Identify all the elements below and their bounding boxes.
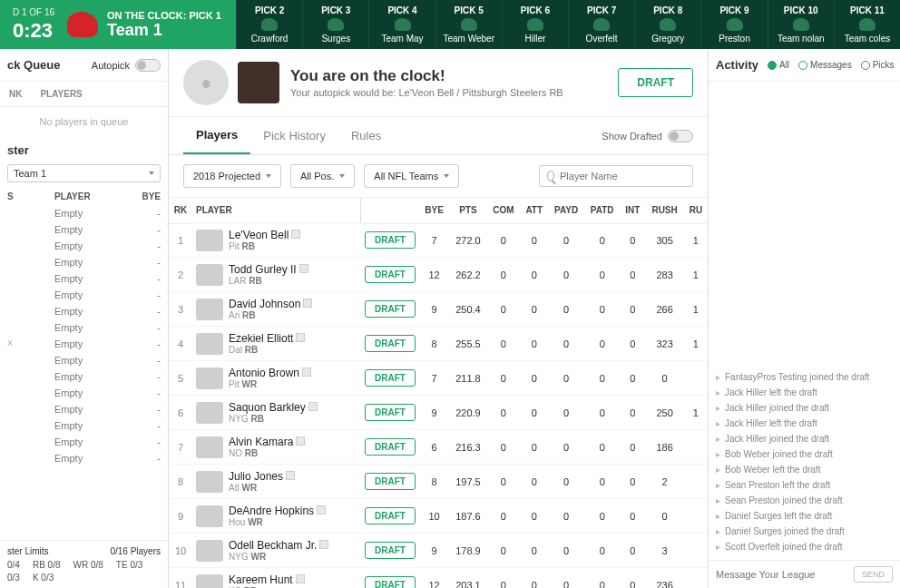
player-row[interactable]: 5 Antonio BrownPit WR DRAFT 7211.8000000 <box>169 361 708 396</box>
left-sidebar: ck Queue Autopick NK PLAYERS No players … <box>0 49 169 588</box>
player-row[interactable]: 6 Saquon BarkleyNYG RB DRAFT 9220.900000… <box>169 396 708 430</box>
search-input[interactable] <box>560 171 685 181</box>
player-name[interactable]: Antonio Brown <box>229 367 311 379</box>
player-row[interactable]: 7 Alvin KamaraNO RB DRAFT 6216.300000186 <box>169 430 708 465</box>
note-icon[interactable] <box>286 471 295 480</box>
col-rk[interactable]: RK <box>169 198 192 223</box>
filter-position[interactable]: All Pos. <box>290 164 355 188</box>
note-icon[interactable] <box>308 402 318 411</box>
tab-rules[interactable]: Rules <box>338 118 394 153</box>
send-button[interactable]: SEND <box>854 566 893 583</box>
col-pts[interactable]: PTS <box>449 198 486 223</box>
player-row[interactable]: 11 Kareem HuntKC RB DRAFT 12203.10000023… <box>169 568 708 589</box>
draft-row-button[interactable]: DRAFT <box>365 438 416 456</box>
player-row[interactable]: 1 Le'Veon BellPit RB DRAFT 7272.00000030… <box>169 223 708 258</box>
upcoming-pick[interactable]: PICK 6Hiller <box>502 0 568 49</box>
feed-item: ▸Jack Hiller joined the draft <box>716 431 893 446</box>
center-tabs: Players Pick History Rules Show Drafted <box>169 117 708 155</box>
draft-header: D 1 OF 16 0:23 ON THE CLOCK: PICK 1 Team… <box>0 0 900 49</box>
draft-row-button[interactable]: DRAFT <box>365 576 416 588</box>
note-icon[interactable] <box>296 333 305 342</box>
upcoming-pick[interactable]: PICK 2Crawford <box>236 0 302 49</box>
limits-count: 0/16 Players <box>110 546 161 556</box>
draft-row-button[interactable]: DRAFT <box>365 404 416 421</box>
feed-item: ▸Jack Hiller joined the draft <box>716 400 893 416</box>
player-name[interactable]: David Johnson <box>229 298 312 310</box>
note-icon[interactable] <box>296 574 305 583</box>
col-player[interactable]: PLAYER <box>192 198 361 223</box>
note-icon[interactable] <box>319 540 328 549</box>
upcoming-pick[interactable]: PICK 4Team May <box>368 0 435 49</box>
player-row[interactable]: 3 David JohnsonAri RB DRAFT 9250.4000002… <box>169 292 708 327</box>
roster-row: Empty- <box>0 221 168 238</box>
tab-players[interactable]: Players <box>183 117 250 154</box>
compose-input[interactable] <box>716 569 848 580</box>
note-icon[interactable] <box>302 368 311 377</box>
col-ru[interactable]: RU <box>684 198 708 223</box>
draft-row-button[interactable]: DRAFT <box>365 335 416 352</box>
show-drafted-toggle[interactable] <box>668 130 693 142</box>
player-row[interactable]: 9 DeAndre HopkinsHou WR DRAFT 10187.6000… <box>169 499 708 534</box>
player-name[interactable]: Julio Jones <box>229 470 295 483</box>
roster-team-value: Team 1 <box>14 168 46 179</box>
player-row[interactable]: 4 Ezekiel ElliottDal RB DRAFT 8255.50000… <box>169 327 708 361</box>
activity-filter-messages[interactable]: Messages <box>798 60 852 70</box>
player-row[interactable]: 8 Julio JonesAtl WR DRAFT 8197.5000002 <box>169 465 708 499</box>
draft-row-button[interactable]: DRAFT <box>365 507 416 524</box>
filter-nflteam[interactable]: All NFL Teams <box>364 164 459 188</box>
tab-pick-history[interactable]: Pick History <box>250 118 338 153</box>
draft-row-button[interactable]: DRAFT <box>365 300 416 318</box>
filter-bar: 2018 Projected All Pos. All NFL Teams <box>169 155 708 198</box>
draft-row-button[interactable]: DRAFT <box>365 369 416 387</box>
upcoming-pick[interactable]: PICK 7Overfelt <box>568 0 634 49</box>
upcoming-pick[interactable]: PICK 10Team nolan <box>768 0 834 49</box>
player-name[interactable]: Le'Veon Bell <box>229 229 300 241</box>
player-name[interactable]: Kareem Hunt <box>229 573 305 586</box>
upcoming-pick[interactable]: PICK 11Team coles <box>834 0 900 49</box>
feed-item: ▸Sean Preston left the draft <box>716 477 893 493</box>
draft-row-button[interactable]: DRAFT <box>365 231 416 249</box>
upcoming-pick[interactable]: PICK 9Preston <box>700 0 767 49</box>
player-row[interactable]: 10 Odell Beckham Jr.NYG WR DRAFT 9178.90… <box>169 534 708 568</box>
player-avatar <box>238 62 279 103</box>
player-headshot <box>196 505 223 527</box>
player-name[interactable]: Todd Gurley II <box>229 263 308 276</box>
note-icon[interactable] <box>296 436 305 446</box>
search-box[interactable] <box>539 165 693 187</box>
player-name[interactable]: Odell Beckham Jr. <box>229 539 328 552</box>
arrow-icon: ▸ <box>716 495 720 505</box>
note-icon[interactable] <box>291 230 300 239</box>
activity-filter-picks[interactable]: Picks <box>861 60 895 70</box>
note-icon[interactable] <box>303 299 312 308</box>
queue-tab-rank[interactable]: NK <box>0 82 31 106</box>
col-rush[interactable]: RUSH <box>645 198 683 223</box>
upcoming-pick[interactable]: PICK 8Gregory <box>634 0 700 49</box>
filter-projection[interactable]: 2018 Projected <box>183 164 281 188</box>
player-name[interactable]: Ezekiel Elliott <box>229 332 305 345</box>
col-bye[interactable]: BYE <box>419 198 449 223</box>
col-patd[interactable]: PATD <box>584 198 620 223</box>
note-icon[interactable] <box>317 505 326 514</box>
col-int[interactable]: INT <box>620 198 645 223</box>
autopick-label: Autopick <box>92 60 130 71</box>
upcoming-pick[interactable]: PICK 3Surges <box>302 0 368 49</box>
autopick-toggle[interactable] <box>135 59 161 72</box>
col-payd[interactable]: PAYD <box>548 198 584 223</box>
player-name[interactable]: Saquon Barkley <box>229 401 318 414</box>
player-name[interactable]: Alvin Kamara <box>229 436 305 448</box>
note-icon[interactable] <box>299 264 308 273</box>
draft-button[interactable]: DRAFT <box>618 68 693 97</box>
arrow-icon: ▸ <box>716 372 720 382</box>
draft-row-button[interactable]: DRAFT <box>365 473 416 490</box>
roster-team-select[interactable]: Team 1 <box>7 164 161 182</box>
player-row[interactable]: 2 Todd Gurley IILAR RB DRAFT 12262.20000… <box>169 258 708 292</box>
queue-tab-players[interactable]: PLAYERS <box>31 82 91 106</box>
activity-filter-all[interactable]: All <box>768 60 789 70</box>
col-att[interactable]: ATT <box>520 198 548 223</box>
draft-row-button[interactable]: DRAFT <box>365 542 416 559</box>
upcoming-pick[interactable]: PICK 5Team Weber <box>435 0 502 49</box>
draft-row-button[interactable]: DRAFT <box>365 266 416 283</box>
player-name[interactable]: DeAndre Hopkins <box>229 505 326 517</box>
roster-row: Empty- <box>0 238 168 254</box>
col-com[interactable]: COM <box>487 198 521 223</box>
